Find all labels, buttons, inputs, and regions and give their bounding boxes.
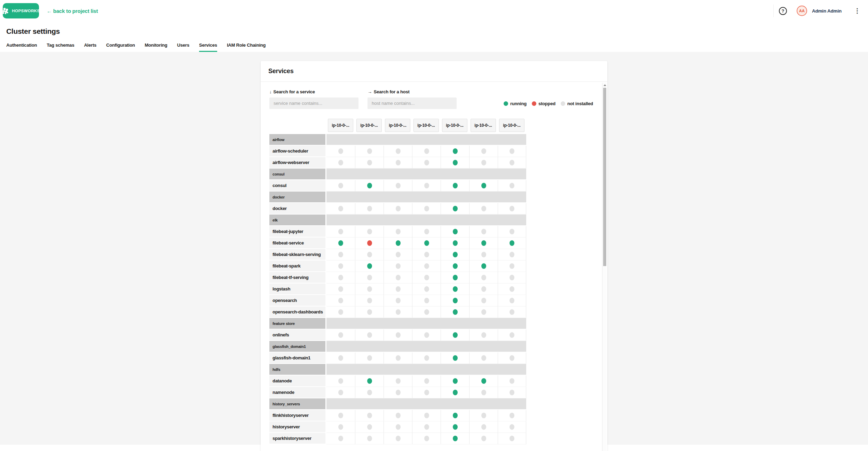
status-dot-running (453, 263, 458, 269)
status-dot-not-installed (481, 309, 486, 315)
status-cell (355, 410, 384, 421)
tab-users[interactable]: Users (177, 42, 189, 52)
legend-item-stopped: stopped (532, 101, 555, 106)
status-cell (441, 433, 469, 444)
status-cell (384, 203, 412, 215)
kebab-menu-icon[interactable]: ⋮ (853, 7, 862, 15)
status-cell (441, 306, 469, 318)
avatar[interactable]: AA (797, 6, 807, 16)
group-header-cell: feature store (269, 318, 325, 329)
host-column-7: ip-10-0-... (498, 119, 526, 132)
status-dot-running (453, 378, 458, 384)
service-name-cell: opensearch-dashboards (269, 306, 325, 318)
hopsworks-logo[interactable]: HOPSWORKS (3, 3, 39, 18)
status-dot-not-installed (367, 229, 372, 234)
host-column-5: ip-10-0-... (441, 119, 469, 132)
group-row-fill (326, 134, 526, 146)
status-cell (326, 146, 355, 157)
status-dot-not-installed (396, 436, 401, 441)
status-dot-not-installed (396, 390, 401, 395)
status-cell (384, 295, 412, 306)
status-cell (384, 180, 412, 192)
status-dot-not-installed (510, 332, 514, 338)
status-dot-not-installed (367, 286, 372, 292)
status-cell (498, 272, 526, 283)
scrollbar-thumb[interactable] (603, 88, 606, 266)
group-row-fill (326, 169, 526, 180)
status-cell (326, 410, 355, 421)
tab-iam-role-chaining[interactable]: IAM Role Chaining (227, 42, 266, 52)
status-dot-not-installed (510, 206, 514, 211)
status-dot-not-installed (396, 286, 401, 292)
tab-authentication[interactable]: Authentication (6, 42, 37, 52)
status-dot-not-installed (510, 275, 514, 280)
status-dot-not-installed (510, 160, 514, 165)
status-dot-running (424, 240, 429, 246)
scrollbar[interactable] (602, 83, 607, 451)
status-dot-running (481, 183, 486, 188)
help-icon[interactable]: ? (779, 7, 787, 15)
status-cell (355, 306, 384, 318)
status-dot-not-installed (338, 390, 343, 395)
tab-monitoring[interactable]: Monitoring (145, 42, 167, 52)
status-cell (441, 410, 469, 421)
status-dot-not-installed (424, 390, 429, 395)
status-dot-not-installed (338, 332, 343, 338)
status-cell (441, 203, 469, 215)
status-cell (355, 146, 384, 157)
status-cell (412, 375, 441, 387)
services-card-body: ↓Search for a service →Search for a host… (261, 82, 607, 451)
group-row-fill (326, 215, 526, 226)
status-cell (384, 410, 412, 421)
status-cell (469, 203, 498, 215)
host-column-header: ip-10-0-... (471, 119, 496, 132)
status-dot-not-installed (396, 355, 401, 361)
status-dot-not-installed (338, 436, 343, 441)
status-dot-running (453, 413, 458, 418)
status-cell (469, 249, 498, 261)
status-dot-running (367, 263, 372, 269)
status-cell (412, 295, 441, 306)
status-cell (441, 375, 469, 387)
scrollbar-up-arrow[interactable] (602, 83, 607, 87)
status-dot-running (453, 240, 458, 246)
host-search-input[interactable] (368, 98, 457, 109)
page-background: Services ↓Search for a service →Search f… (0, 52, 868, 445)
status-cell (469, 180, 498, 192)
status-cell (441, 272, 469, 283)
tab-configuration[interactable]: Configuration (106, 42, 135, 52)
tab-services[interactable]: Services (199, 42, 217, 52)
tab-tag-schemas[interactable]: Tag schemas (47, 42, 74, 52)
status-cell (412, 238, 441, 249)
back-to-project-list-link[interactable]: ← back to project list (47, 8, 98, 14)
status-cell (384, 306, 412, 318)
status-dot-not-installed (338, 183, 343, 188)
status-cell (355, 226, 384, 238)
status-dot-not-installed (367, 252, 372, 257)
status-dot-not-installed (481, 332, 486, 338)
status-dot-not-installed (396, 275, 401, 280)
status-cell (441, 249, 469, 261)
status-dot-not-installed (396, 298, 401, 303)
service-name-cell: filebeat-sklearn-serving (269, 249, 325, 261)
status-cell (469, 272, 498, 283)
status-cell (469, 146, 498, 157)
status-cell (498, 238, 526, 249)
status-dot-not-installed (338, 298, 343, 303)
status-cell (384, 375, 412, 387)
status-cell (498, 387, 526, 398)
group-header-cell: docker (269, 192, 325, 203)
status-cell (412, 226, 441, 238)
status-dot-not-installed (481, 252, 486, 257)
service-search-input[interactable] (269, 98, 358, 109)
status-dot-not-installed (338, 160, 343, 165)
status-dot-running (453, 424, 458, 430)
status-dot-not-installed (338, 229, 343, 234)
tab-alerts[interactable]: Alerts (84, 42, 96, 52)
status-dot-not-installed (338, 206, 343, 211)
status-cell (326, 157, 355, 169)
status-dot-not-installed (481, 390, 486, 395)
status-cell (355, 180, 384, 192)
status-cell (384, 329, 412, 341)
search-row: ↓Search for a service →Search for a host… (269, 89, 599, 109)
